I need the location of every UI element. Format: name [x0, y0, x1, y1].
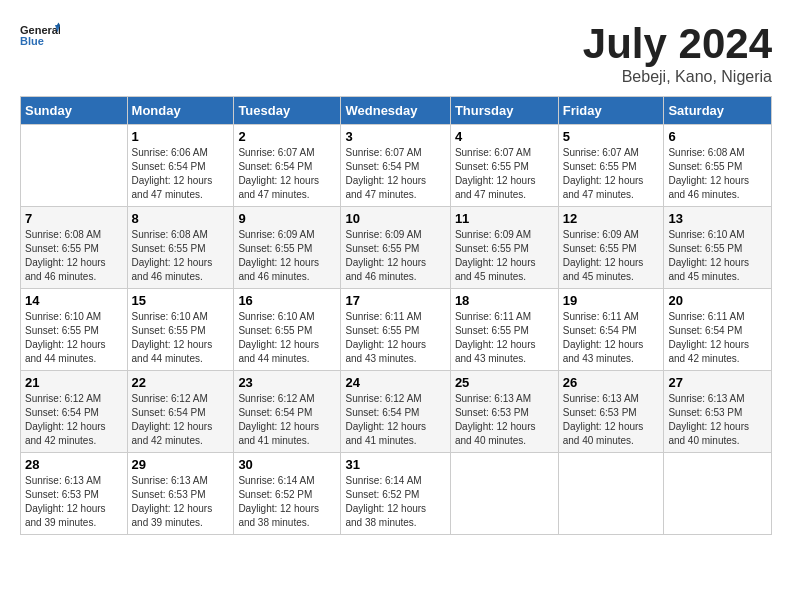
- day-number: 26: [563, 375, 660, 390]
- day-info: Sunrise: 6:09 AM Sunset: 6:55 PM Dayligh…: [345, 228, 445, 284]
- calendar-cell: 12Sunrise: 6:09 AM Sunset: 6:55 PM Dayli…: [558, 207, 664, 289]
- day-number: 16: [238, 293, 336, 308]
- day-info: Sunrise: 6:07 AM Sunset: 6:54 PM Dayligh…: [238, 146, 336, 202]
- calendar-cell: 13Sunrise: 6:10 AM Sunset: 6:55 PM Dayli…: [664, 207, 772, 289]
- column-header-saturday: Saturday: [664, 97, 772, 125]
- logo-icon: General Blue: [20, 20, 60, 50]
- day-number: 17: [345, 293, 445, 308]
- day-info: Sunrise: 6:10 AM Sunset: 6:55 PM Dayligh…: [25, 310, 123, 366]
- day-info: Sunrise: 6:08 AM Sunset: 6:55 PM Dayligh…: [25, 228, 123, 284]
- calendar-cell: 5Sunrise: 6:07 AM Sunset: 6:55 PM Daylig…: [558, 125, 664, 207]
- day-number: 25: [455, 375, 554, 390]
- calendar-cell: 16Sunrise: 6:10 AM Sunset: 6:55 PM Dayli…: [234, 289, 341, 371]
- calendar-cell: 27Sunrise: 6:13 AM Sunset: 6:53 PM Dayli…: [664, 371, 772, 453]
- calendar-cell: 7Sunrise: 6:08 AM Sunset: 6:55 PM Daylig…: [21, 207, 128, 289]
- day-info: Sunrise: 6:10 AM Sunset: 6:55 PM Dayligh…: [238, 310, 336, 366]
- day-number: 28: [25, 457, 123, 472]
- day-info: Sunrise: 6:08 AM Sunset: 6:55 PM Dayligh…: [668, 146, 767, 202]
- day-info: Sunrise: 6:07 AM Sunset: 6:54 PM Dayligh…: [345, 146, 445, 202]
- calendar-cell: 3Sunrise: 6:07 AM Sunset: 6:54 PM Daylig…: [341, 125, 450, 207]
- week-row-4: 21Sunrise: 6:12 AM Sunset: 6:54 PM Dayli…: [21, 371, 772, 453]
- day-info: Sunrise: 6:09 AM Sunset: 6:55 PM Dayligh…: [238, 228, 336, 284]
- day-info: Sunrise: 6:06 AM Sunset: 6:54 PM Dayligh…: [132, 146, 230, 202]
- page-header: General Blue July 2024 Bebeji, Kano, Nig…: [20, 20, 772, 86]
- day-number: 18: [455, 293, 554, 308]
- calendar-cell: 21Sunrise: 6:12 AM Sunset: 6:54 PM Dayli…: [21, 371, 128, 453]
- day-number: 21: [25, 375, 123, 390]
- column-header-friday: Friday: [558, 97, 664, 125]
- day-info: Sunrise: 6:13 AM Sunset: 6:53 PM Dayligh…: [563, 392, 660, 448]
- calendar-cell: 15Sunrise: 6:10 AM Sunset: 6:55 PM Dayli…: [127, 289, 234, 371]
- day-info: Sunrise: 6:14 AM Sunset: 6:52 PM Dayligh…: [345, 474, 445, 530]
- week-row-2: 7Sunrise: 6:08 AM Sunset: 6:55 PM Daylig…: [21, 207, 772, 289]
- day-number: 4: [455, 129, 554, 144]
- calendar-cell: 6Sunrise: 6:08 AM Sunset: 6:55 PM Daylig…: [664, 125, 772, 207]
- day-info: Sunrise: 6:11 AM Sunset: 6:54 PM Dayligh…: [563, 310, 660, 366]
- calendar-cell: 26Sunrise: 6:13 AM Sunset: 6:53 PM Dayli…: [558, 371, 664, 453]
- calendar-cell: 9Sunrise: 6:09 AM Sunset: 6:55 PM Daylig…: [234, 207, 341, 289]
- day-number: 6: [668, 129, 767, 144]
- day-number: 14: [25, 293, 123, 308]
- calendar-cell: 29Sunrise: 6:13 AM Sunset: 6:53 PM Dayli…: [127, 453, 234, 535]
- calendar-cell: 10Sunrise: 6:09 AM Sunset: 6:55 PM Dayli…: [341, 207, 450, 289]
- day-number: 30: [238, 457, 336, 472]
- day-info: Sunrise: 6:11 AM Sunset: 6:55 PM Dayligh…: [455, 310, 554, 366]
- day-number: 12: [563, 211, 660, 226]
- day-number: 9: [238, 211, 336, 226]
- location-subtitle: Bebeji, Kano, Nigeria: [583, 68, 772, 86]
- month-title: July 2024: [583, 20, 772, 68]
- day-info: Sunrise: 6:07 AM Sunset: 6:55 PM Dayligh…: [455, 146, 554, 202]
- calendar-cell: 1Sunrise: 6:06 AM Sunset: 6:54 PM Daylig…: [127, 125, 234, 207]
- calendar-cell: 20Sunrise: 6:11 AM Sunset: 6:54 PM Dayli…: [664, 289, 772, 371]
- day-number: 31: [345, 457, 445, 472]
- calendar-cell: 23Sunrise: 6:12 AM Sunset: 6:54 PM Dayli…: [234, 371, 341, 453]
- column-header-thursday: Thursday: [450, 97, 558, 125]
- day-number: 20: [668, 293, 767, 308]
- day-number: 24: [345, 375, 445, 390]
- svg-text:Blue: Blue: [20, 35, 44, 47]
- calendar-table: SundayMondayTuesdayWednesdayThursdayFrid…: [20, 96, 772, 535]
- day-number: 19: [563, 293, 660, 308]
- column-header-monday: Monday: [127, 97, 234, 125]
- day-number: 8: [132, 211, 230, 226]
- calendar-cell: [21, 125, 128, 207]
- day-info: Sunrise: 6:07 AM Sunset: 6:55 PM Dayligh…: [563, 146, 660, 202]
- day-number: 3: [345, 129, 445, 144]
- day-info: Sunrise: 6:10 AM Sunset: 6:55 PM Dayligh…: [668, 228, 767, 284]
- week-row-1: 1Sunrise: 6:06 AM Sunset: 6:54 PM Daylig…: [21, 125, 772, 207]
- day-number: 29: [132, 457, 230, 472]
- logo: General Blue: [20, 20, 60, 50]
- day-number: 2: [238, 129, 336, 144]
- week-row-5: 28Sunrise: 6:13 AM Sunset: 6:53 PM Dayli…: [21, 453, 772, 535]
- day-number: 23: [238, 375, 336, 390]
- calendar-cell: 25Sunrise: 6:13 AM Sunset: 6:53 PM Dayli…: [450, 371, 558, 453]
- day-info: Sunrise: 6:09 AM Sunset: 6:55 PM Dayligh…: [563, 228, 660, 284]
- day-info: Sunrise: 6:10 AM Sunset: 6:55 PM Dayligh…: [132, 310, 230, 366]
- day-info: Sunrise: 6:12 AM Sunset: 6:54 PM Dayligh…: [132, 392, 230, 448]
- day-number: 27: [668, 375, 767, 390]
- day-info: Sunrise: 6:11 AM Sunset: 6:55 PM Dayligh…: [345, 310, 445, 366]
- calendar-body: 1Sunrise: 6:06 AM Sunset: 6:54 PM Daylig…: [21, 125, 772, 535]
- column-headers: SundayMondayTuesdayWednesdayThursdayFrid…: [21, 97, 772, 125]
- day-info: Sunrise: 6:12 AM Sunset: 6:54 PM Dayligh…: [345, 392, 445, 448]
- week-row-3: 14Sunrise: 6:10 AM Sunset: 6:55 PM Dayli…: [21, 289, 772, 371]
- day-number: 22: [132, 375, 230, 390]
- day-info: Sunrise: 6:08 AM Sunset: 6:55 PM Dayligh…: [132, 228, 230, 284]
- day-number: 11: [455, 211, 554, 226]
- day-info: Sunrise: 6:12 AM Sunset: 6:54 PM Dayligh…: [25, 392, 123, 448]
- day-info: Sunrise: 6:12 AM Sunset: 6:54 PM Dayligh…: [238, 392, 336, 448]
- svg-text:General: General: [20, 24, 60, 36]
- calendar-cell: 4Sunrise: 6:07 AM Sunset: 6:55 PM Daylig…: [450, 125, 558, 207]
- day-number: 7: [25, 211, 123, 226]
- calendar-cell: 30Sunrise: 6:14 AM Sunset: 6:52 PM Dayli…: [234, 453, 341, 535]
- day-info: Sunrise: 6:11 AM Sunset: 6:54 PM Dayligh…: [668, 310, 767, 366]
- day-number: 1: [132, 129, 230, 144]
- calendar-cell: [450, 453, 558, 535]
- day-info: Sunrise: 6:13 AM Sunset: 6:53 PM Dayligh…: [132, 474, 230, 530]
- calendar-cell: [558, 453, 664, 535]
- calendar-cell: [664, 453, 772, 535]
- calendar-cell: 2Sunrise: 6:07 AM Sunset: 6:54 PM Daylig…: [234, 125, 341, 207]
- calendar-cell: 14Sunrise: 6:10 AM Sunset: 6:55 PM Dayli…: [21, 289, 128, 371]
- day-info: Sunrise: 6:14 AM Sunset: 6:52 PM Dayligh…: [238, 474, 336, 530]
- day-number: 13: [668, 211, 767, 226]
